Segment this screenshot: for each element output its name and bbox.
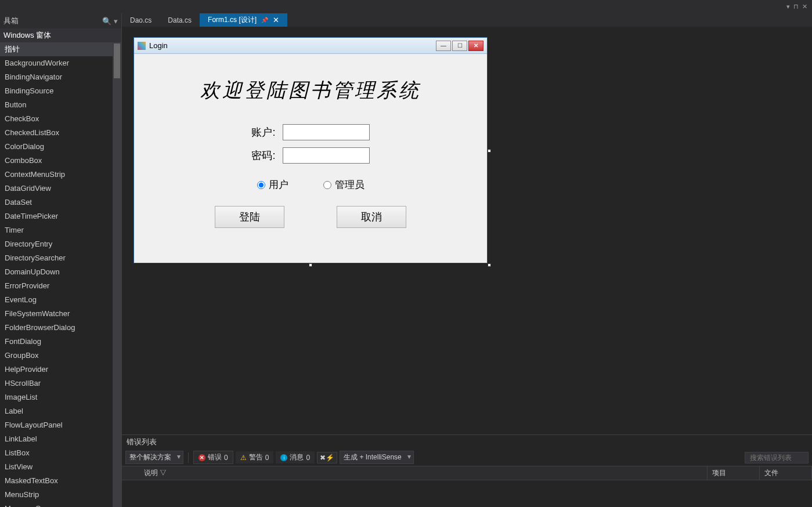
tool-item[interactable]: MessageQueue	[0, 502, 121, 507]
tool-item[interactable]: LinkLabel	[0, 432, 121, 446]
toolbox-list: 指针BackgroundWorkerBindingNavigatorBindin…	[0, 42, 121, 507]
resize-handle[interactable]	[488, 263, 491, 267]
editor-tab[interactable]: Data.cs	[160, 13, 200, 27]
radio-user-input[interactable]	[257, 181, 265, 189]
tool-item[interactable]: BindingNavigator	[0, 70, 121, 84]
tool-item[interactable]: CheckedListBox	[0, 126, 121, 140]
pin-icon[interactable]: 📌	[261, 17, 268, 23]
pin-icon[interactable]: ⊓	[793, 3, 799, 10]
app-icon	[138, 42, 146, 50]
error-list-title: 错误列表	[122, 435, 812, 449]
tool-item[interactable]: DirectoryEntry	[0, 237, 121, 251]
error-icon: ✕	[199, 454, 205, 461]
error-list-panel: 错误列表 整个解决方案 ✕错误 0 ⚠警告 0 i消息 0 ✖⚡ 生成 + In…	[122, 434, 812, 507]
tool-item[interactable]: MenuStrip	[0, 488, 121, 502]
toolbox-panel: 具箱 🔍 ▾ Windows 窗体 指针BackgroundWorkerBind…	[0, 13, 122, 507]
form-designer[interactable]: Login — ☐ ✕ 欢迎登陆图书管理系统 账户:	[122, 27, 812, 434]
search-icon[interactable]: 🔍 ▾	[102, 17, 118, 26]
tool-item[interactable]: BackgroundWorker	[0, 56, 121, 70]
messages-filter[interactable]: i消息 0	[276, 451, 315, 463]
radio-admin[interactable]: 管理员	[323, 178, 365, 191]
tool-item[interactable]: GroupBox	[0, 349, 121, 363]
password-input[interactable]	[283, 147, 370, 164]
tool-item[interactable]: HelpProvider	[0, 363, 121, 376]
col-file[interactable]: 文件	[760, 466, 812, 480]
tool-item[interactable]: ContextMenuStrip	[0, 168, 121, 182]
tool-item[interactable]: Timer	[0, 223, 121, 237]
col-project[interactable]: 项目	[708, 466, 760, 480]
tool-item[interactable]: FolderBrowserDialog	[0, 321, 121, 335]
resize-handle[interactable]	[309, 263, 312, 267]
tool-item[interactable]: Button	[0, 98, 121, 112]
tool-item[interactable]: ErrorProvider	[0, 279, 121, 293]
radio-admin-input[interactable]	[323, 181, 331, 189]
tool-item[interactable]: CheckBox	[0, 112, 121, 126]
scrollbar-thumb[interactable]	[114, 44, 120, 78]
tool-item[interactable]: DateTimePicker	[0, 209, 121, 223]
tool-item[interactable]: DomainUpDown	[0, 265, 121, 279]
tool-item[interactable]: FlowLayoutPanel	[0, 418, 121, 432]
col-description[interactable]: 说明 ▽	[139, 466, 708, 480]
radio-user[interactable]: 用户	[257, 178, 288, 191]
warnings-filter[interactable]: ⚠警告 0	[236, 451, 274, 463]
tool-item[interactable]: FileSystemWatcher	[0, 307, 121, 321]
tool-item[interactable]: ColorDialog	[0, 140, 121, 154]
tool-item[interactable]: EventLog	[0, 293, 121, 307]
account-label: 账户:	[251, 125, 275, 139]
resize-handle[interactable]	[488, 149, 491, 153]
tool-item[interactable]: ListView	[0, 460, 121, 474]
tool-item[interactable]: DirectorySearcher	[0, 251, 121, 265]
tool-item[interactable]: ListBox	[0, 446, 121, 460]
warning-icon: ⚠	[240, 454, 247, 462]
winform-titlebar[interactable]: Login — ☐ ✕	[134, 38, 487, 54]
tool-item[interactable]: 指针	[0, 42, 121, 56]
toolbox-section-header[interactable]: Windows 窗体	[0, 28, 121, 42]
tool-item[interactable]: ComboBox	[0, 154, 121, 168]
close-tab-icon[interactable]: ✕	[273, 16, 279, 24]
maximize-button[interactable]: ☐	[452, 41, 467, 51]
tool-item[interactable]: DataGridView	[0, 182, 121, 195]
dropdown-icon[interactable]: ▾	[786, 3, 790, 10]
editor-tab[interactable]: Form1.cs [设计]📌✕	[200, 13, 287, 27]
tool-item[interactable]: FontDialog	[0, 335, 121, 349]
editor-tab[interactable]: Dao.cs	[122, 13, 160, 27]
winform-title: Login	[149, 41, 436, 50]
error-search-input[interactable]	[745, 452, 809, 463]
winform-login[interactable]: Login — ☐ ✕ 欢迎登陆图书管理系统 账户:	[133, 37, 488, 263]
scrollbar[interactable]	[113, 42, 121, 507]
tool-item[interactable]: ImageList	[0, 390, 121, 404]
password-label: 密码:	[251, 149, 275, 162]
ide-top-bar: ▾ ⊓ ✕	[0, 0, 812, 13]
minimize-button[interactable]: —	[436, 41, 451, 51]
tool-item[interactable]: MaskedTextBox	[0, 474, 121, 488]
clear-button[interactable]: ✖⚡	[317, 452, 337, 463]
tool-item[interactable]: HScrollBar	[0, 376, 121, 390]
scope-dropdown[interactable]: 整个解决方案	[125, 451, 183, 464]
tool-item[interactable]: BindingSource	[0, 84, 121, 98]
close-icon[interactable]: ✕	[802, 3, 807, 10]
cancel-button[interactable]: 取消	[337, 206, 406, 228]
login-button[interactable]: 登陆	[215, 206, 284, 228]
info-icon: i	[280, 454, 287, 461]
build-filter-dropdown[interactable]: 生成 + IntelliSense	[340, 451, 414, 464]
toolbox-title: 具箱	[3, 16, 102, 26]
account-input[interactable]	[283, 124, 370, 140]
tool-item[interactable]: DataSet	[0, 195, 121, 209]
close-button[interactable]: ✕	[468, 41, 483, 51]
tool-item[interactable]: Label	[0, 404, 121, 418]
editor-tabs: Dao.csData.csForm1.cs [设计]📌✕	[122, 13, 812, 27]
errors-filter[interactable]: ✕错误 0	[193, 451, 233, 464]
form-heading: 欢迎登陆图书管理系统	[146, 77, 475, 104]
